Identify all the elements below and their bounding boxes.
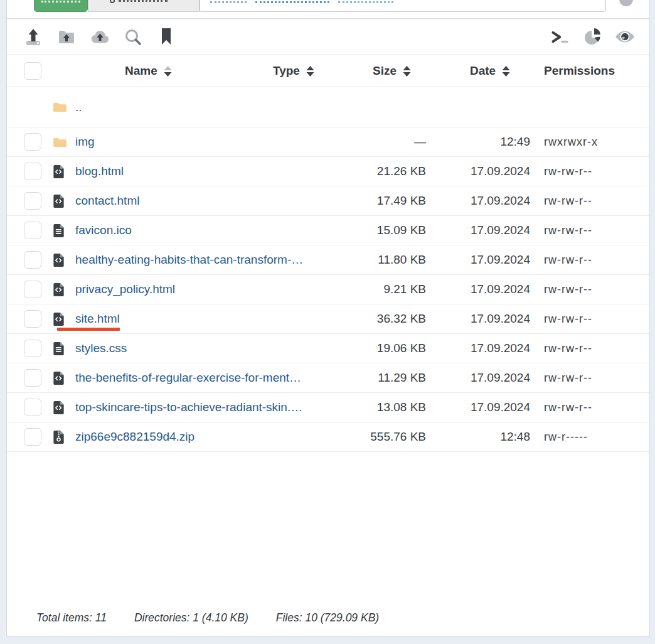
file-size: 11.29 KB: [334, 371, 426, 385]
file-date: 17.09.2024: [426, 400, 530, 414]
file-link[interactable]: privacy_policy.html: [75, 282, 334, 296]
file-size: 13.08 KB: [334, 400, 426, 414]
file-size: 11.80 KB: [334, 253, 426, 267]
file-date: 17.09.2024: [426, 164, 530, 178]
column-header-size[interactable]: Size: [373, 64, 412, 78]
row-checkbox[interactable]: [24, 310, 41, 328]
file-size: 21.26 KB: [334, 164, 426, 178]
file-link[interactable]: ..: [75, 100, 334, 114]
column-header-name[interactable]: Name: [125, 64, 173, 78]
table-row: privacy_policy.html 9.21 KB 17.09.2024 r…: [7, 275, 649, 304]
sort-icon: [163, 65, 173, 77]
select-all-checkbox[interactable]: [24, 62, 41, 80]
terminal-icon[interactable]: [550, 27, 572, 47]
folder-upload-icon[interactable]: [56, 27, 77, 47]
file-size: 36.32 KB: [334, 312, 426, 326]
file-link[interactable]: favicon.ico: [75, 223, 334, 237]
file-size: 17.49 KB: [334, 194, 426, 208]
file-size: 555.76 KB: [334, 430, 426, 444]
cut-off-button-text: [41, 1, 80, 3]
file-link[interactable]: img: [75, 135, 334, 149]
file-code-icon: [53, 282, 68, 297]
file-text-icon: [53, 223, 68, 238]
parent-dir-row: ..: [7, 87, 649, 127]
file-date: 17.09.2024: [426, 223, 530, 237]
pie-chart-icon[interactable]: [582, 27, 604, 47]
table-row: site.html 36.32 KB 17.09.2024 rw-rw-r--: [7, 304, 649, 334]
file-link[interactable]: zip66e9c882159d4.zip: [75, 430, 334, 444]
row-checkbox[interactable]: [24, 369, 41, 387]
file-permissions: rw-rw-r--: [530, 342, 641, 355]
table-row: the-benefits-of-regular-exercise-for-men…: [7, 363, 649, 393]
file-code-icon: [53, 400, 68, 415]
column-header-permissions: Permissions: [544, 64, 615, 78]
table-row: styles.css 19.06 KB 17.09.2024 rw-rw-r--: [7, 334, 649, 363]
file-code-icon: [53, 164, 68, 179]
eye-icon[interactable]: [614, 27, 636, 47]
file-size: 9.21 KB: [334, 282, 426, 296]
path-input[interactable]: [200, 0, 606, 12]
file-link[interactable]: top-skincare-tips-to-achieve-radiant-ski…: [75, 400, 334, 414]
file-link[interactable]: contact.html: [75, 194, 334, 208]
row-checkbox[interactable]: [24, 428, 41, 446]
column-header-type[interactable]: Type: [273, 64, 315, 78]
row-checkbox[interactable]: [24, 222, 41, 239]
file-code-icon: [53, 312, 68, 326]
file-manager-panel: Name Type Size Date Permissions .. img —…: [6, 0, 650, 636]
file-link[interactable]: site.html: [75, 312, 334, 326]
column-label: Size: [373, 64, 397, 78]
toolbar-right-group: [550, 27, 636, 47]
cloud-upload-icon[interactable]: [89, 27, 110, 47]
row-checkbox[interactable]: [24, 399, 41, 416]
folder-icon: [53, 101, 68, 113]
topbar-green-button[interactable]: [34, 0, 88, 12]
bookmark-icon[interactable]: [156, 27, 177, 47]
file-code-icon: [53, 371, 68, 385]
topbar-gray-tab[interactable]: [88, 0, 200, 12]
file-link[interactable]: styles.css: [75, 341, 334, 355]
file-permissions: rw-rw-r--: [530, 313, 641, 326]
file-date: 17.09.2024: [426, 312, 530, 326]
file-date: 12:49: [426, 135, 530, 149]
folder-icon: [53, 136, 68, 148]
file-code-icon: [53, 253, 68, 267]
file-link[interactable]: the-benefits-of-regular-exercise-for-men…: [75, 371, 334, 385]
row-checkbox[interactable]: [24, 133, 41, 151]
sort-icon: [306, 65, 315, 77]
sort-icon: [402, 65, 412, 77]
row-checkbox[interactable]: [24, 192, 41, 210]
directories-total: Directories: 1 (4.10 KB): [134, 611, 248, 625]
table-row: top-skincare-tips-to-achieve-radiant-ski…: [7, 393, 649, 422]
toolbar: [7, 19, 649, 55]
table-row: zip66e9c882159d4.zip 555.76 KB 12:48 rw-…: [7, 422, 649, 452]
file-code-icon: [53, 194, 68, 208]
column-header-date[interactable]: Date: [470, 64, 511, 78]
column-label: Type: [273, 64, 300, 78]
file-permissions: rw-rw-r--: [530, 401, 641, 414]
row-checkbox[interactable]: [24, 340, 41, 357]
file-list: .. img — 12:49 rwxrwxr-x blog.html 21.26…: [7, 87, 649, 452]
row-checkbox[interactable]: [24, 251, 41, 269]
file-permissions: rw-rw-r--: [530, 195, 641, 208]
upload-icon[interactable]: [23, 27, 44, 47]
file-link[interactable]: healthy-eating-habits-that-can-transform…: [75, 253, 334, 267]
search-icon[interactable]: [122, 27, 144, 47]
topbar-circle-icon[interactable]: [619, 0, 633, 6]
file-link[interactable]: blog.html: [75, 164, 334, 178]
total-items: Total items: 11: [36, 611, 107, 625]
topbar: [7, 0, 649, 19]
cut-off-path-text: [210, 1, 247, 3]
file-text-icon: [53, 341, 68, 356]
file-permissions: rw-rw-r--: [530, 254, 641, 267]
column-label: Date: [470, 64, 496, 78]
table-header: Name Type Size Date Permissions: [7, 55, 649, 87]
file-date: 17.09.2024: [426, 253, 530, 267]
file-permissions: rw-r-----: [530, 431, 641, 444]
column-label: Name: [125, 64, 157, 78]
files-total: Files: 10 (729.09 KB): [276, 611, 379, 625]
row-checkbox[interactable]: [24, 281, 41, 298]
row-checkbox[interactable]: [24, 163, 41, 180]
file-permissions: rw-rw-r--: [530, 372, 641, 385]
sort-icon: [501, 65, 511, 77]
status-footer: Total items: 11 Directories: 1 (4.10 KB)…: [36, 611, 379, 625]
